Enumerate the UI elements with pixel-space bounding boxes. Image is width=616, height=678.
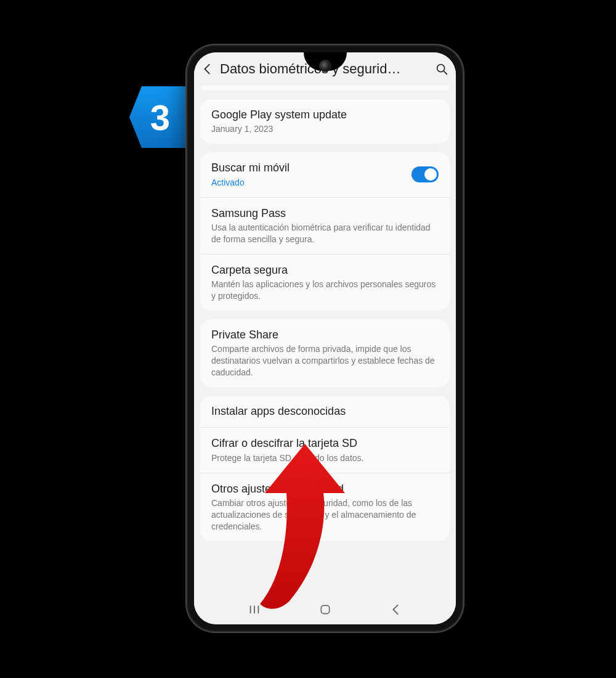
search-icon: [435, 62, 448, 76]
settings-item-secure-folder[interactable]: Carpeta segura Mantén las aplicaciones y…: [200, 254, 450, 311]
settings-item-samsung-pass[interactable]: Samsung Pass Usa la autenticación biomét…: [200, 197, 450, 254]
settings-item-sub: January 1, 2023: [211, 123, 439, 135]
settings-item-sub: Cambiar otros ajustes de seguridad, como…: [211, 497, 439, 533]
list-group-partial: [200, 86, 450, 91]
search-button[interactable]: [434, 61, 450, 77]
settings-item-label: Carpeta segura: [211, 263, 439, 277]
settings-item-label: Buscar mi móvil: [211, 161, 404, 175]
settings-item-sub: Mantén las aplicaciones y los archivos p…: [211, 279, 439, 302]
settings-item-sub: Activado: [211, 177, 404, 189]
toggle-switch-on[interactable]: [411, 166, 439, 182]
settings-item-label: Private Share: [211, 328, 439, 342]
settings-item-encrypt-sd[interactable]: Cifrar o descifrar la tarjeta SD Protege…: [200, 427, 450, 472]
settings-list[interactable]: Google Play system update January 1, 202…: [194, 86, 456, 595]
nav-back-button[interactable]: [387, 601, 405, 618]
recents-icon: [248, 603, 261, 616]
settings-item-label: Instalar apps desconocidas: [211, 404, 439, 419]
settings-item-other-security[interactable]: Otros ajustes de seguridad Cambiar otros…: [200, 473, 450, 541]
settings-item-google-play-update[interactable]: Google Play system update January 1, 202…: [200, 99, 450, 144]
settings-item-sub: Protege la tarjeta SD cifrando los datos…: [211, 452, 439, 464]
home-icon: [319, 603, 331, 616]
navigation-bar: [194, 595, 456, 624]
step-number: 3: [129, 86, 191, 148]
settings-item-private-share[interactable]: Private Share Comparte archivos de forma…: [200, 319, 450, 387]
settings-item-label: Samsung Pass: [211, 206, 439, 221]
chevron-left-icon: [201, 62, 214, 76]
svg-rect-5: [321, 605, 329, 613]
nav-recents-button[interactable]: [246, 601, 263, 618]
list-group: Instalar apps desconocidas Cifrar o desc…: [200, 396, 450, 541]
phone-frame: Datos biométricos y segurid… Google Play…: [188, 46, 462, 631]
list-group: Private Share Comparte archivos de forma…: [200, 319, 450, 387]
back-icon: [389, 603, 403, 616]
settings-item-install-unknown-apps[interactable]: Instalar apps desconocidas: [200, 396, 450, 427]
settings-item-sub: Comparte archivos de forma privada, impi…: [211, 343, 439, 378]
screen: Datos biométricos y segurid… Google Play…: [194, 52, 456, 624]
settings-item-sub: Usa la autenticación biométrica para ver…: [211, 222, 439, 245]
front-camera: [319, 60, 331, 72]
settings-item-find-my-mobile[interactable]: Buscar mi móvil Activado: [200, 152, 450, 197]
svg-line-1: [444, 71, 447, 74]
settings-item-label: Otros ajustes de seguridad: [211, 482, 439, 496]
list-group: Google Play system update January 1, 202…: [200, 99, 450, 144]
step-badge: 3: [129, 86, 191, 148]
settings-item-label: Cifrar o descifrar la tarjeta SD: [211, 436, 439, 451]
list-group: Buscar mi móvil Activado Samsung Pass Us…: [200, 152, 450, 311]
back-button[interactable]: [200, 62, 215, 76]
settings-item-label: Google Play system update: [211, 108, 439, 122]
nav-home-button[interactable]: [317, 601, 334, 618]
